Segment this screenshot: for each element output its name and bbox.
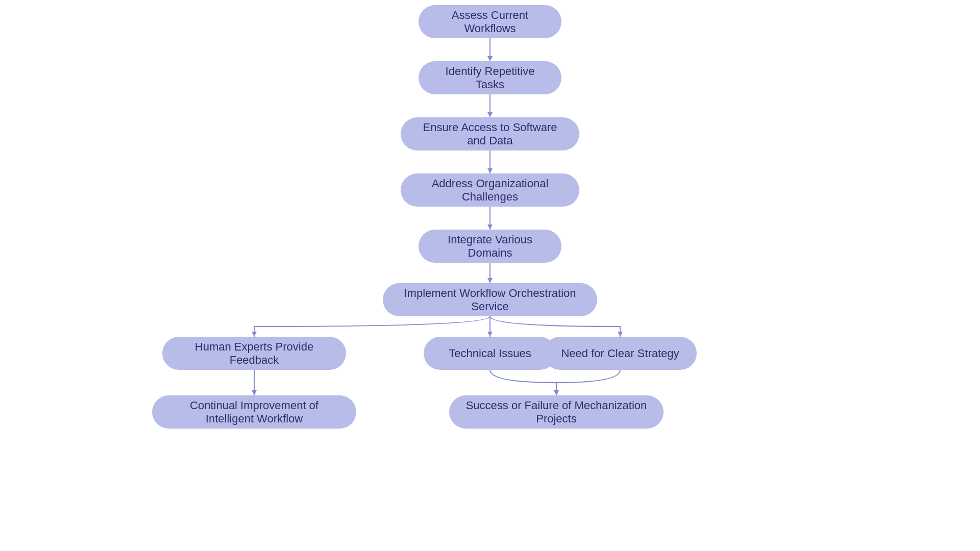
svg-marker-10 [252,332,257,337]
node-success: Success or Failure of Mechanization Proj… [449,395,664,429]
node-implement-label: Implement Workflow Orchestration Service [398,287,582,313]
node-technical-label: Technical Issues [449,347,531,360]
svg-marker-12 [487,332,493,337]
node-need-label: Need for Clear Strategy [561,347,679,360]
node-continual-label: Continual Improvement of Intelligent Wor… [167,399,341,425]
svg-marker-3 [487,112,493,117]
node-technical: Technical Issues [424,337,556,370]
node-implement: Implement Workflow Orchestration Service [383,283,597,316]
svg-marker-16 [554,390,559,395]
svg-marker-15 [252,390,257,395]
svg-marker-5 [487,168,493,173]
diagram-container: Assess Current Workflows Identify Repeti… [0,0,980,551]
node-assess: Assess Current Workflows [419,5,561,38]
node-ensure: Ensure Access to Software and Data [401,117,579,151]
svg-marker-7 [487,224,493,230]
node-identify: Identify Repetitive Tasks [419,61,561,94]
node-success-label: Success or Failure of Mechanization Proj… [464,399,648,425]
svg-marker-1 [487,56,493,61]
node-identify-label: Identify Repetitive Tasks [434,65,546,91]
svg-marker-9 [487,278,493,283]
node-address: Address Organizational Challenges [401,173,579,207]
node-continual: Continual Improvement of Intelligent Wor… [152,395,356,429]
node-assess-label: Assess Current Workflows [434,9,546,35]
node-human: Human Experts Provide Feedback [162,337,346,370]
node-ensure-label: Ensure Access to Software and Data [416,121,564,147]
svg-marker-13 [618,332,623,337]
svg-marker-17 [554,390,559,395]
node-human-label: Human Experts Provide Feedback [178,340,331,367]
node-address-label: Address Organizational Challenges [416,177,564,204]
node-need: Need for Clear Strategy [544,337,697,370]
node-integrate: Integrate Various Domains [419,230,561,263]
node-integrate-label: Integrate Various Domains [434,233,546,260]
